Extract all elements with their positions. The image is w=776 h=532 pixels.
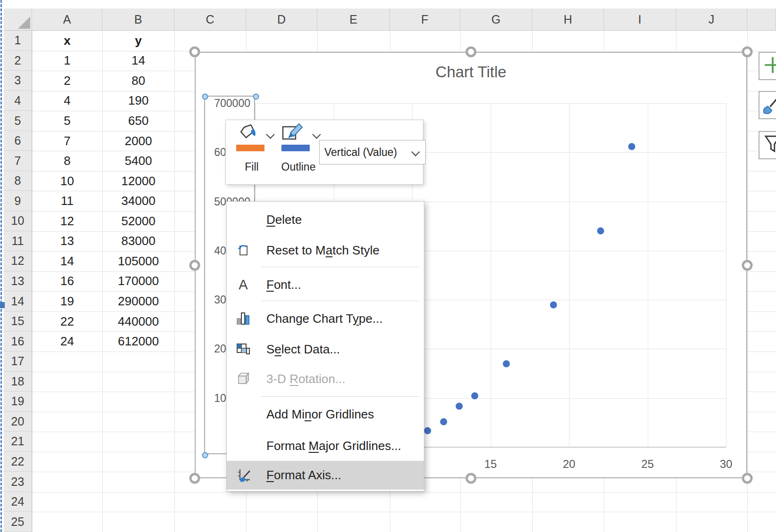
row-header-8[interactable]: 8 (4, 171, 32, 191)
data-point[interactable] (424, 427, 431, 434)
axis-selection-handle[interactable] (253, 94, 259, 100)
row-header-19[interactable]: 19 (4, 392, 32, 412)
chart-resize-handle[interactable] (742, 47, 753, 57)
row-header-14[interactable]: 14 (4, 291, 32, 311)
row-header-7[interactable]: 7 (4, 151, 32, 171)
cell-B9[interactable]: 34000 (102, 191, 174, 211)
fill-bucket-icon[interactable] (237, 123, 260, 143)
cell-A14[interactable]: 19 (32, 291, 102, 311)
row-header-15[interactable]: 15 (4, 311, 32, 332)
menu-item-format-major-gridlines[interactable]: Format Major Gridlines... (227, 431, 424, 460)
chart-resize-handle[interactable] (190, 260, 200, 270)
row-header-5[interactable]: 5 (4, 111, 32, 131)
column-header-H[interactable]: H (532, 8, 604, 31)
cell-B11[interactable]: 83000 (102, 231, 174, 252)
data-point[interactable] (550, 301, 557, 308)
cell-A16[interactable]: 24 (32, 331, 102, 352)
column-header-A[interactable]: A (32, 8, 102, 31)
cell-B15[interactable]: 440000 (102, 311, 174, 332)
cell-A6[interactable]: 7 (32, 131, 102, 151)
outline-color-swatch[interactable] (281, 145, 310, 151)
column-header-B[interactable]: B (102, 8, 174, 31)
cell-B16[interactable]: 612000 (102, 331, 174, 352)
row-header-25[interactable]: 25 (4, 512, 32, 532)
row-header-16[interactable]: 16 (4, 331, 32, 352)
column-header-E[interactable]: E (317, 8, 390, 31)
chart-resize-handle[interactable] (742, 260, 753, 270)
cell-B13[interactable]: 170000 (102, 271, 174, 292)
cell-B8[interactable]: 12000 (102, 171, 174, 191)
outline-button[interactable]: Outline (276, 161, 321, 173)
data-point[interactable] (597, 228, 604, 235)
axis-selection-handle[interactable] (202, 94, 208, 100)
cell-A12[interactable]: 14 (32, 251, 102, 271)
cell-B10[interactable]: 52000 (102, 211, 174, 231)
column-header-partial[interactable] (747, 8, 776, 31)
cell-B4[interactable]: 190 (102, 91, 174, 111)
menu-item-change-chart-type[interactable]: Change Chart Type... (227, 304, 424, 333)
row-header-9[interactable]: 9 (4, 191, 32, 211)
row-header-13[interactable]: 13 (4, 271, 32, 292)
column-header-G[interactable]: G (460, 8, 532, 31)
chart-resize-handle[interactable] (466, 47, 477, 57)
cell-A15[interactable]: 22 (32, 311, 102, 332)
row-header-12[interactable]: 12 (4, 251, 32, 271)
cell-B7[interactable]: 5400 (102, 151, 174, 171)
column-header-I[interactable]: I (604, 8, 676, 31)
cell-B5[interactable]: 650 (102, 111, 174, 131)
menu-item-reset-to-match-style[interactable]: Reset to Match Style (227, 236, 424, 265)
column-header-D[interactable]: D (246, 8, 317, 31)
chart-elements-button[interactable] (759, 52, 776, 80)
cell-B1[interactable]: y (102, 31, 174, 51)
menu-item-font[interactable]: AFont... (227, 270, 424, 299)
row-header-1[interactable]: 1 (4, 31, 32, 51)
row-header-22[interactable]: 22 (4, 452, 32, 472)
cell-A2[interactable]: 1 (32, 51, 102, 71)
cell-A9[interactable]: 11 (32, 191, 102, 211)
column-header-J[interactable]: J (676, 8, 747, 31)
cell-B3[interactable]: 80 (102, 71, 174, 91)
cell-A13[interactable]: 16 (32, 271, 102, 292)
select-all-corner[interactable] (4, 8, 32, 31)
column-header-C[interactable]: C (174, 8, 246, 31)
data-point[interactable] (440, 418, 447, 425)
row-header-6[interactable]: 6 (4, 131, 32, 151)
menu-item-delete[interactable]: Delete (227, 205, 424, 234)
data-point[interactable] (471, 392, 479, 399)
cell-A3[interactable]: 2 (32, 71, 102, 91)
cell-B12[interactable]: 105000 (102, 251, 174, 271)
chart-resize-handle[interactable] (466, 473, 477, 484)
row-header-18[interactable]: 18 (4, 372, 32, 392)
data-point[interactable] (628, 143, 636, 150)
fill-button[interactable]: Fill (231, 161, 273, 173)
chart-element-selector-dropdown[interactable]: Vertical (Value) (319, 140, 426, 164)
data-point[interactable] (503, 360, 510, 367)
chart-filters-button[interactable] (759, 131, 776, 159)
cell-B6[interactable]: 2000 (102, 131, 174, 151)
fill-dropdown-chevron-icon[interactable] (266, 130, 274, 139)
menu-item-select-data[interactable]: Select Data... (227, 335, 424, 364)
row-header-3[interactable]: 3 (4, 71, 32, 91)
menu-item-format-axis[interactable]: Format Axis... (227, 461, 424, 490)
row-header-2[interactable]: 2 (4, 51, 32, 71)
outline-dropdown-chevron-icon[interactable] (312, 130, 321, 139)
data-point[interactable] (455, 403, 462, 410)
cell-A11[interactable]: 13 (32, 231, 102, 252)
row-header-17[interactable]: 17 (4, 352, 32, 372)
cell-B14[interactable]: 290000 (102, 291, 174, 311)
chart-resize-handle[interactable] (190, 473, 200, 484)
axis-selection-handle[interactable] (202, 452, 208, 458)
cell-A10[interactable]: 12 (32, 211, 102, 231)
cell-A5[interactable]: 5 (32, 111, 102, 131)
cell-A1[interactable]: x (32, 31, 102, 51)
row-header-20[interactable]: 20 (4, 412, 32, 432)
row-header-10[interactable]: 10 (4, 211, 32, 231)
chart-resize-handle[interactable] (742, 473, 753, 484)
cell-B2[interactable]: 14 (102, 51, 174, 71)
menu-item-add-minor-gridlines[interactable]: Add Minor Gridlines (227, 400, 424, 429)
chart-styles-button[interactable] (759, 91, 776, 119)
outline-pencil-icon[interactable] (281, 123, 305, 143)
chart-title[interactable]: Chart Title (196, 63, 746, 81)
row-header-11[interactable]: 11 (4, 231, 32, 252)
cell-A7[interactable]: 8 (32, 151, 102, 171)
